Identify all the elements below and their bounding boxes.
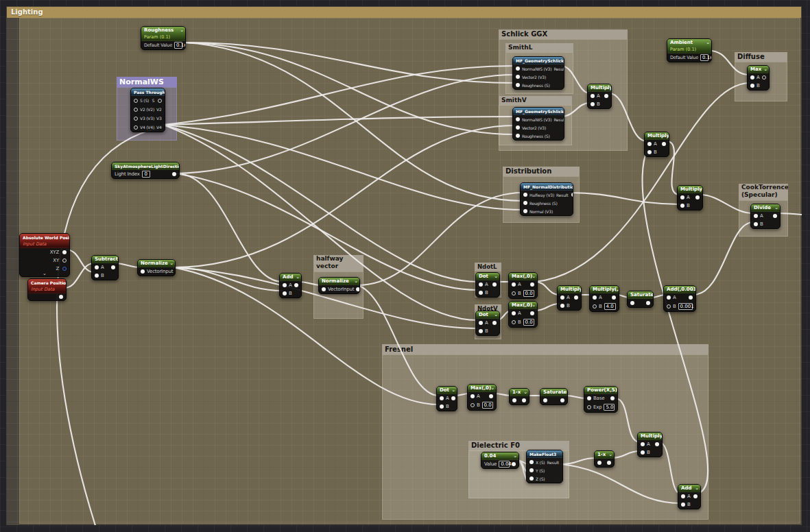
input-pin-b[interactable] xyxy=(479,291,483,295)
output-pin[interactable] xyxy=(512,462,516,466)
node-one-minus-f0[interactable]: 1-x⌄ xyxy=(594,450,615,468)
node-add-0001[interactable]: Add(,0.001)⌄ A B0.001 xyxy=(663,285,696,312)
output-pin[interactable] xyxy=(356,287,360,291)
chevron-down-icon[interactable]: ⌄ xyxy=(354,278,358,285)
input-pin[interactable] xyxy=(141,269,145,274)
chevron-down-icon[interactable]: ⌄ xyxy=(532,273,536,280)
output-pin[interactable] xyxy=(646,301,650,305)
input-pin-b[interactable] xyxy=(680,204,684,208)
input-pin-a[interactable] xyxy=(95,265,99,269)
output-pin[interactable] xyxy=(612,295,616,300)
input-pin-b[interactable] xyxy=(681,503,685,507)
input-pin[interactable] xyxy=(529,460,534,464)
input-pin-b[interactable] xyxy=(512,320,516,324)
output-pin[interactable] xyxy=(522,398,526,402)
input-pin-b[interactable] xyxy=(591,102,595,106)
input-pin-b[interactable] xyxy=(647,150,652,154)
node-dot-ndotv[interactable]: Dot⌄ A B xyxy=(475,311,500,336)
input-pin-a[interactable] xyxy=(440,396,444,400)
chevron-down-icon[interactable]: ⌄ xyxy=(64,234,68,241)
input-pin-a[interactable] xyxy=(750,75,754,80)
output-pin[interactable] xyxy=(451,396,455,400)
node-mf-normaldistribution[interactable]: MF_NormalDistribution Halfway (V3)Result… xyxy=(520,182,573,216)
node-power[interactable]: Power(X,5)⌄ Base Exp5.0 xyxy=(584,386,618,413)
output-pin[interactable] xyxy=(711,56,712,60)
input-pin[interactable] xyxy=(529,468,534,472)
input-pin[interactable] xyxy=(134,117,138,121)
output-pin[interactable] xyxy=(655,442,659,446)
chevron-down-icon[interactable]: ⌄ xyxy=(697,186,701,193)
input-pin-a[interactable] xyxy=(681,494,685,498)
input-pin-b[interactable] xyxy=(95,274,99,278)
default-value-input[interactable]: 0.1 xyxy=(174,42,182,49)
chevron-down-icon[interactable]: ⌄ xyxy=(532,302,536,309)
input-pin[interactable] xyxy=(543,398,547,402)
chevron-down-icon[interactable]: ⌄ xyxy=(606,84,610,91)
node-makefloat3[interactable]: MakeFloat3 X (S)Result Y (S) Z (S) xyxy=(526,450,563,483)
input-pin-a[interactable] xyxy=(641,442,645,446)
input-pin-b[interactable] xyxy=(512,291,516,295)
input-pin[interactable] xyxy=(516,66,520,71)
chevron-down-icon[interactable]: ⌄ xyxy=(180,27,184,34)
node-multiply-dgf[interactable]: Multiply⌄ A B xyxy=(677,185,703,210)
node-multiply-by-4[interactable]: Multiply(,4)⌄ A B4.0 xyxy=(589,285,619,312)
value-input[interactable]: 0.04 xyxy=(499,461,510,468)
comment-lighting-title[interactable]: Lighting xyxy=(7,7,801,18)
b-value-input[interactable]: 0.0 xyxy=(523,290,534,297)
node-saturate-fresnel[interactable]: Saturate⌄ xyxy=(540,388,568,405)
node-mf-geometryschlick-view[interactable]: MF_GeometrySchlick NormalWS (V3)Result V… xyxy=(512,107,564,141)
node-add-halfway[interactable]: Add⌄ A B xyxy=(279,273,302,298)
node-roughness-param[interactable]: RoughnessParam (0.1)⌄ Default Value0.1 xyxy=(141,26,186,50)
input-pin[interactable] xyxy=(134,108,138,112)
output-pin[interactable] xyxy=(492,321,497,325)
input-pin[interactable] xyxy=(630,301,634,305)
default-value-input[interactable]: 0.1 xyxy=(700,54,708,61)
output-pin[interactable] xyxy=(530,311,534,315)
node-camera-position[interactable]: Camera PositionInput Data⌄ xyxy=(27,278,67,301)
chevron-down-icon[interactable]: ⌄ xyxy=(656,433,660,439)
chevron-down-icon[interactable]: ⌄ xyxy=(612,387,616,394)
input-pin-base[interactable] xyxy=(587,396,591,400)
node-normalize-halfway[interactable]: Normalize⌄ VectorInput xyxy=(318,277,360,294)
chevron-down-icon[interactable]: ⌄ xyxy=(451,387,455,394)
input-pin-a[interactable] xyxy=(754,214,758,218)
node-max-ndotv[interactable]: Max(,0)⌄ A B0.0 xyxy=(508,301,538,328)
chevron-down-icon[interactable]: ⌄ xyxy=(690,286,694,293)
node-subtract[interactable]: Subtract⌄ A B xyxy=(91,255,119,280)
node-max-ndotl[interactable]: Max(,0)⌄ A B0.0 xyxy=(508,272,538,299)
output-pin-xy[interactable] xyxy=(62,258,67,263)
input-pin[interactable] xyxy=(516,117,520,121)
input-pin-exp[interactable] xyxy=(587,405,591,409)
output-pin[interactable] xyxy=(294,283,298,287)
chevron-down-icon[interactable]: ⌄ xyxy=(43,271,47,276)
b-value-input[interactable]: 0.0 xyxy=(523,319,534,326)
input-pin[interactable] xyxy=(512,398,516,402)
node-max-diffuse[interactable]: Max⌄ A B xyxy=(747,65,770,90)
chevron-down-icon[interactable]: ⌄ xyxy=(296,274,300,280)
output-pin[interactable] xyxy=(762,75,766,80)
output-pin-z[interactable] xyxy=(62,267,67,271)
input-pin-b[interactable] xyxy=(470,403,475,407)
output-pin[interactable] xyxy=(172,172,176,176)
node-multiply-fresnel[interactable]: Multiply⌄ A B xyxy=(637,432,663,457)
input-pin[interactable] xyxy=(529,476,534,481)
input-pin-b[interactable] xyxy=(593,304,597,309)
chevron-down-icon[interactable]: ⌄ xyxy=(774,204,778,211)
output-pin[interactable] xyxy=(689,295,693,300)
node-ambient-param[interactable]: AmbientParam (0.1)⌄ Default Value0.1 xyxy=(667,38,712,62)
input-pin-a[interactable] xyxy=(591,94,595,98)
output-pin[interactable] xyxy=(607,461,611,465)
output-pin[interactable] xyxy=(175,269,176,274)
output-pin[interactable] xyxy=(610,396,615,400)
input-pin[interactable] xyxy=(516,125,520,130)
output-pin[interactable] xyxy=(662,142,666,146)
input-pin-b[interactable] xyxy=(750,84,754,88)
node-f0-constant[interactable]: 0.04⌄ Value0.04 xyxy=(481,452,519,469)
b-value-input[interactable]: 0.0 xyxy=(482,402,493,409)
input-pin-b[interactable] xyxy=(560,304,564,308)
input-pin-a[interactable] xyxy=(512,282,516,287)
input-pin-a[interactable] xyxy=(479,282,483,287)
output-pin[interactable] xyxy=(562,460,563,464)
input-pin[interactable] xyxy=(134,99,138,103)
node-sky-atmosphere-light-direction[interactable]: SkyAtmosphereLightDirection(0)⌄ Light In… xyxy=(111,162,180,179)
